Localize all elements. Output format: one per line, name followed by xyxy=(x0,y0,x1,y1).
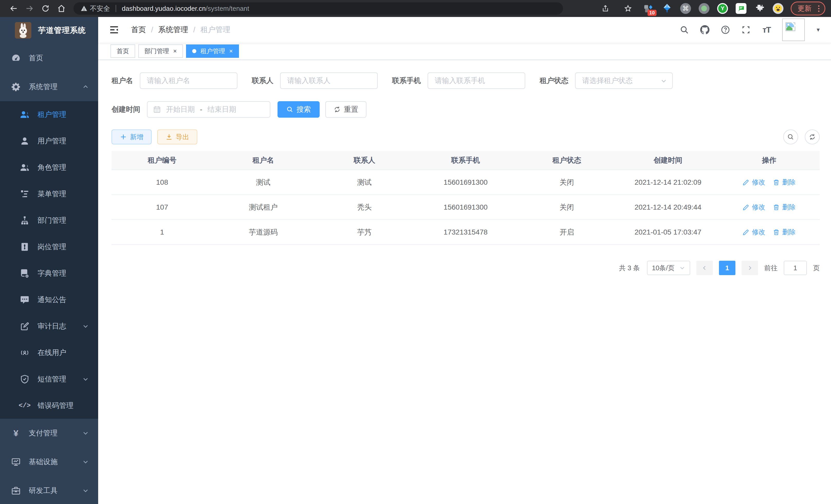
status-select[interactable] xyxy=(575,72,673,89)
delete-link[interactable]: 删除 xyxy=(773,203,796,212)
bookmark-star-icon[interactable] xyxy=(620,2,636,15)
search-button-label: 搜索 xyxy=(296,105,311,114)
back-icon[interactable] xyxy=(6,2,22,15)
sidebar-item-errorcode[interactable]: </>错误码管理 xyxy=(0,392,98,419)
share-icon[interactable] xyxy=(597,2,613,15)
edit-link[interactable]: 修改 xyxy=(743,203,765,212)
app-logo[interactable]: 芋道管理系统 xyxy=(0,17,98,44)
user-icon xyxy=(20,137,29,146)
sidebar-item-sms[interactable]: 短信管理 xyxy=(0,366,98,392)
tab-tenant[interactable]: 租户管理 × xyxy=(186,45,239,58)
mobile-input[interactable] xyxy=(428,72,525,89)
font-size-icon[interactable]: тT xyxy=(762,25,771,35)
extension-icon-4[interactable] xyxy=(698,3,710,14)
chevron-down-icon xyxy=(660,78,667,84)
filter-contact: 联系人 xyxy=(252,72,378,89)
home-icon[interactable] xyxy=(53,2,69,15)
sidebar-item-user[interactable]: 用户管理 xyxy=(0,128,98,154)
close-icon[interactable]: × xyxy=(173,48,177,54)
org-icon xyxy=(20,216,29,225)
cell-status: 开启 xyxy=(516,227,618,237)
sidebar-item-menu[interactable]: 菜单管理 xyxy=(0,181,98,207)
edit-link[interactable]: 修改 xyxy=(743,228,765,237)
tenant-name-input[interactable] xyxy=(140,72,237,89)
url-bar[interactable]: 不安全 dashboard.yudao.iocoder.cn /system/t… xyxy=(74,2,563,14)
refresh-table-button[interactable] xyxy=(805,129,820,144)
sidebar-item-label: 短信管理 xyxy=(37,374,66,384)
badge-icon xyxy=(20,242,29,251)
edit-link[interactable]: 修改 xyxy=(743,178,765,187)
forward-icon[interactable] xyxy=(22,2,37,15)
trash-icon xyxy=(773,229,780,236)
extension-icon-5[interactable]: Y xyxy=(717,3,728,14)
filter-mobile: 联系手机 xyxy=(392,72,525,89)
extension-icon-1[interactable]: 10 xyxy=(643,3,655,14)
sidebar-item-role[interactable]: 角色管理 xyxy=(0,154,98,181)
toolbox-icon xyxy=(11,486,21,495)
puzzle-extensions-icon[interactable] xyxy=(754,3,766,14)
sidebar-item-auditlog[interactable]: 审计日志 xyxy=(0,313,98,339)
tab-dept[interactable]: 部门管理 × xyxy=(138,45,183,58)
sidebar-item-tenant[interactable]: 租户管理 xyxy=(0,101,98,128)
reset-button[interactable]: 重置 xyxy=(325,101,366,118)
cell-name: 测试租户 xyxy=(213,202,314,212)
sidebar-item-home[interactable]: 首页 xyxy=(0,44,98,72)
delete-link[interactable]: 删除 xyxy=(773,178,796,187)
fullscreen-icon[interactable] xyxy=(741,25,751,35)
extension-icon-2[interactable] xyxy=(661,3,673,14)
users-icon xyxy=(20,163,29,172)
browser-menu-icon[interactable] xyxy=(815,5,822,12)
col-tenant-name: 租户名 xyxy=(213,155,314,165)
page-content: 租户名 联系人 联系手机 租户状态 xyxy=(98,60,831,275)
sidebar-item-post[interactable]: 岗位管理 xyxy=(0,234,98,260)
page-size-select[interactable]: 10条/页 xyxy=(647,261,690,275)
breadcrumb-home[interactable]: 首页 xyxy=(131,25,146,35)
sidebar-item-dept[interactable]: 部门管理 xyxy=(0,207,98,234)
avatar[interactable] xyxy=(782,19,805,41)
contact-label: 联系人 xyxy=(252,76,274,86)
date-range-picker[interactable]: 开始日期 - 结束日期 xyxy=(147,101,270,118)
sidebar-item-devtools[interactable]: 研发工具 xyxy=(0,476,98,504)
contact-input[interactable] xyxy=(280,72,378,89)
sidebar-item-infra[interactable]: 基础设施 xyxy=(0,447,98,476)
chevron-down-icon xyxy=(82,458,89,465)
search-button[interactable]: 搜索 xyxy=(278,101,320,118)
sidebar-item-system[interactable]: 系统管理 xyxy=(0,72,98,101)
sidebar-item-pay[interactable]: ¥支付管理 xyxy=(0,419,98,447)
col-status: 租户状态 xyxy=(516,155,618,165)
broken-image-icon xyxy=(784,21,797,33)
extension-icon-6[interactable] xyxy=(735,3,747,14)
tab-home[interactable]: 首页 xyxy=(111,45,135,58)
toggle-search-button[interactable] xyxy=(783,129,798,144)
help-icon[interactable] xyxy=(720,25,730,35)
delete-link[interactable]: 删除 xyxy=(773,228,796,237)
breadcrumb-system[interactable]: 系统管理 xyxy=(158,25,188,35)
search-icon xyxy=(787,133,794,141)
reload-icon[interactable] xyxy=(37,2,53,15)
sidebar-item-dict[interactable]: 字典管理 xyxy=(0,260,98,287)
extension-icon-8[interactable] xyxy=(772,3,784,14)
close-icon[interactable]: × xyxy=(229,48,233,54)
cell-mobile: 17321315478 xyxy=(415,228,516,236)
col-created: 创建时间 xyxy=(618,155,719,165)
tags-view-bar: 首页 部门管理 × 租户管理 × xyxy=(98,42,831,60)
extension-icon-3[interactable]: ⌘ xyxy=(680,3,691,14)
cell-actions: 修改删除 xyxy=(718,203,820,212)
search-icon[interactable] xyxy=(679,25,689,35)
next-page-button[interactable] xyxy=(742,261,758,275)
goto-page-input[interactable] xyxy=(784,261,807,275)
current-page-button[interactable]: 1 xyxy=(719,261,736,275)
github-icon[interactable] xyxy=(700,25,710,35)
sidebar-item-notice[interactable]: 通知公告 xyxy=(0,287,98,313)
table-body: 108测试测试15601691300关闭2021-12-14 21:02:09修… xyxy=(112,170,820,245)
url-host: dashboard.yudao.iocoder.cn xyxy=(122,5,206,12)
add-button[interactable]: 新增 xyxy=(112,129,152,144)
browser-update-button[interactable]: 更新 xyxy=(791,2,825,16)
message-icon xyxy=(20,295,29,304)
sidebar-collapse-icon[interactable] xyxy=(109,24,120,35)
code-icon: </> xyxy=(20,401,29,410)
sidebar-item-online[interactable]: 在线用户 xyxy=(0,339,98,366)
avatar-caret-icon[interactable]: ▼ xyxy=(815,27,821,33)
prev-page-button[interactable] xyxy=(696,261,713,275)
export-button[interactable]: 导出 xyxy=(157,129,197,144)
